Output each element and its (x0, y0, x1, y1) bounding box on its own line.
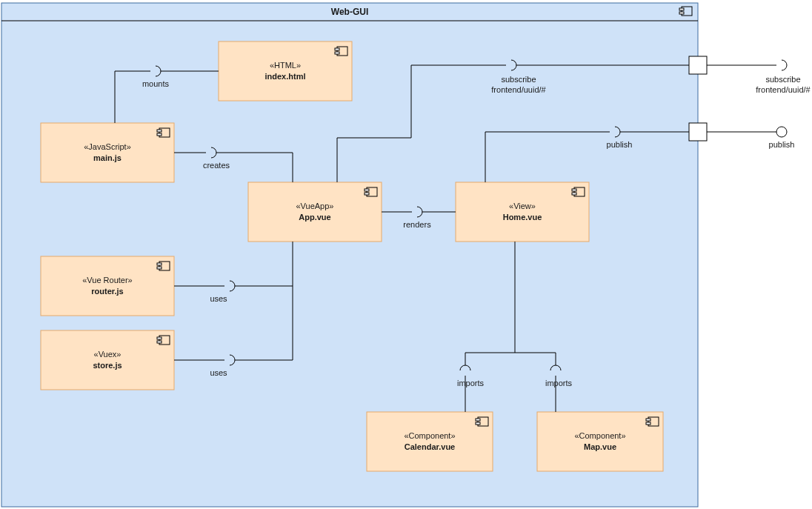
component-calendar-vue: «Component» Calendar.vue (367, 412, 493, 471)
name-main: main.js (93, 153, 122, 162)
name-router: router.js (91, 287, 123, 296)
label-publish2: publish (769, 140, 795, 149)
stereo-cal: «Component» (404, 431, 455, 440)
component-store-js: «Vuex» store.js (41, 330, 174, 390)
edge-publish-external: publish (707, 127, 794, 149)
label-renders: renders (403, 220, 431, 229)
stereo-html: «HTML» (270, 61, 301, 70)
name-app: App.vue (299, 213, 330, 222)
port-subscribe (689, 56, 707, 74)
stereo-router: «Vue Router» (82, 276, 132, 285)
name-home: Home.vue (503, 213, 542, 222)
label-subscribe2-topic: frontend/uuid/# (756, 85, 811, 94)
port-publish (689, 123, 707, 141)
container-title: Web-GUI (331, 7, 368, 17)
stereo-home: «View» (509, 202, 536, 210)
label-imports1: imports (457, 379, 485, 387)
component-home-vue: «View» Home.vue (456, 182, 589, 242)
component-router-js: «Vue Router» router.js (41, 256, 174, 316)
name-html: index.html (264, 72, 305, 81)
name-store: store.js (93, 361, 122, 370)
stereo-main: «JavaScript» (84, 142, 131, 151)
component-app-vue: «VueApp» App.vue (248, 182, 382, 242)
label-uses1: uses (210, 294, 227, 303)
label-imports2: imports (545, 379, 573, 387)
label-subscribe-topic: frontend/uuid/# (491, 85, 546, 94)
label-creates: creates (203, 161, 230, 170)
diagram-canvas: Web-GUI «HTML» index.html «JavaScript» m… (0, 0, 812, 509)
name-map: Map.vue (584, 442, 616, 451)
edge-subscribe-external: subscribe frontend/uuid/# (707, 60, 811, 94)
label-uses2: uses (210, 368, 227, 377)
component-main-js: «JavaScript» main.js (41, 123, 174, 182)
label-subscribe2: subscribe (765, 75, 800, 84)
stereo-map: «Component» (574, 431, 625, 440)
stereo-app: «VueApp» (296, 202, 334, 210)
label-publish: publish (607, 140, 633, 149)
svg-point-25 (776, 127, 787, 137)
name-cal: Calendar.vue (405, 442, 455, 451)
component-map-vue: «Component» Map.vue (537, 412, 663, 471)
label-subscribe: subscribe (501, 75, 536, 84)
stereo-store: «Vuex» (94, 350, 122, 359)
component-index-html: «HTML» index.html (219, 41, 352, 101)
label-mounts: mounts (142, 79, 170, 88)
